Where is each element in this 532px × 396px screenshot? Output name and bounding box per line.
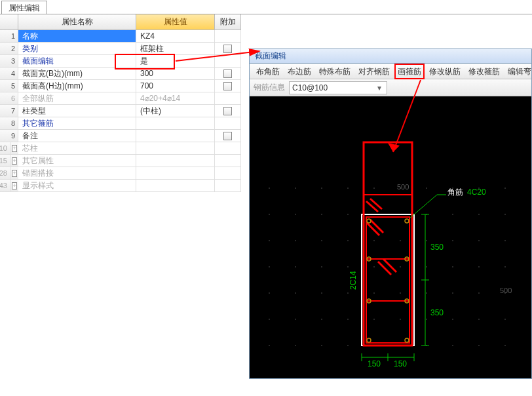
tab-property-edit[interactable]: 属性编辑 xyxy=(1,1,47,14)
tabstrip: 属性编辑 xyxy=(0,0,532,14)
